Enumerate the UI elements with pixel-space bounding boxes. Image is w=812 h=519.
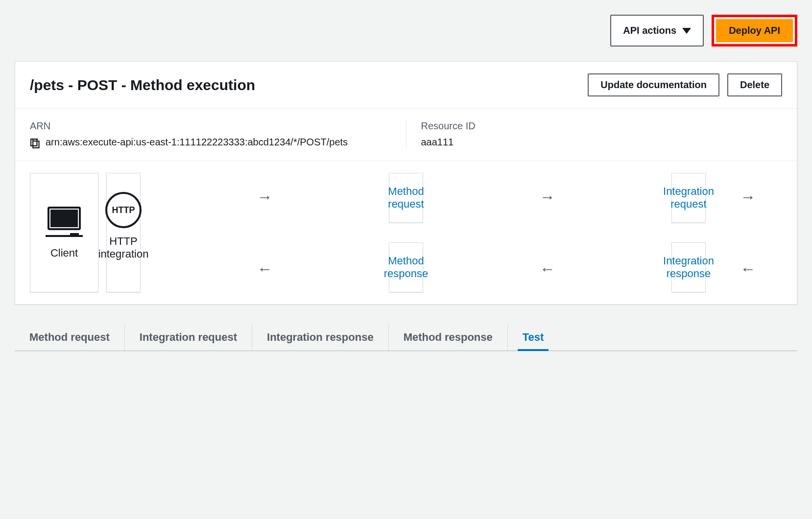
deploy-api-button[interactable]: Deploy API	[716, 19, 793, 42]
tab-test[interactable]: Test	[508, 324, 559, 351]
arn-text: arn:aws:execute-api:us-east-1:1111222233…	[46, 137, 348, 148]
arrow-right-icon: →	[540, 189, 555, 205]
delete-button[interactable]: Delete	[727, 73, 782, 96]
arrow-left-icon: ←	[540, 261, 555, 277]
caret-down-icon	[682, 28, 691, 34]
arn-value: arn:aws:execute-api:us-east-1:1111222233…	[30, 137, 391, 149]
info-row: ARN arn:aws:execute-api:us-east-1:111122…	[15, 109, 797, 161]
arrow-left-icon: ←	[740, 261, 756, 277]
client-box: Client	[30, 173, 98, 292]
svg-rect-3	[51, 211, 77, 226]
tab-method-response[interactable]: Method response	[389, 324, 508, 351]
resource-id-value: aaa111	[421, 137, 783, 148]
arrow-col-2: → ←	[431, 173, 664, 292]
deploy-highlight: Deploy API	[712, 15, 797, 47]
svg-rect-0	[33, 141, 39, 148]
page-title: /pets - POST - Method execution	[30, 77, 255, 94]
arrow-col-1: → ←	[148, 173, 381, 292]
api-actions-button[interactable]: API actions	[610, 15, 704, 47]
resource-id-col: Resource ID aaa111	[406, 120, 783, 149]
arrow-left-icon: ←	[257, 261, 273, 277]
computer-icon	[45, 206, 84, 240]
arrow-col-3: → ←	[714, 173, 782, 292]
tabs: Method request Integration request Integ…	[15, 324, 797, 351]
arrow-right-icon: →	[740, 189, 756, 205]
svg-rect-1	[31, 139, 37, 146]
flow-diagram: Client → ← Method request Method respons…	[15, 161, 797, 304]
arrow-right-icon: →	[257, 189, 273, 205]
tab-integration-response[interactable]: Integration response	[252, 324, 389, 351]
method-request-box[interactable]: Method request	[389, 173, 423, 223]
arn-label: ARN	[30, 120, 391, 132]
copy-icon[interactable]	[30, 138, 41, 149]
resource-id-label: Resource ID	[421, 120, 783, 132]
arn-col: ARN arn:aws:execute-api:us-east-1:111122…	[30, 120, 406, 149]
method-response-box[interactable]: Method response	[389, 242, 423, 292]
integration-stack: Integration request Integration response	[671, 173, 706, 292]
client-label: Client	[50, 247, 78, 260]
panel-header-actions: Update documentation Delete	[588, 73, 782, 96]
api-actions-label: API actions	[623, 25, 676, 36]
update-documentation-button[interactable]: Update documentation	[588, 73, 719, 96]
method-stack: Method request Method response	[389, 173, 423, 292]
method-execution-panel: /pets - POST - Method execution Update d…	[15, 61, 797, 305]
deploy-api-label: Deploy API	[729, 25, 780, 36]
tab-integration-request[interactable]: Integration request	[125, 324, 252, 351]
integration-request-box[interactable]: Integration request	[671, 173, 706, 223]
http-label: HTTP integration	[98, 235, 149, 273]
panel-header: /pets - POST - Method execution Update d…	[15, 62, 797, 109]
integration-response-box[interactable]: Integration response	[671, 242, 706, 292]
svg-rect-5	[70, 233, 79, 236]
http-icon: HTTP	[105, 192, 142, 228]
tab-method-request[interactable]: Method request	[15, 324, 125, 351]
http-box: HTTP HTTP integration	[106, 173, 141, 292]
